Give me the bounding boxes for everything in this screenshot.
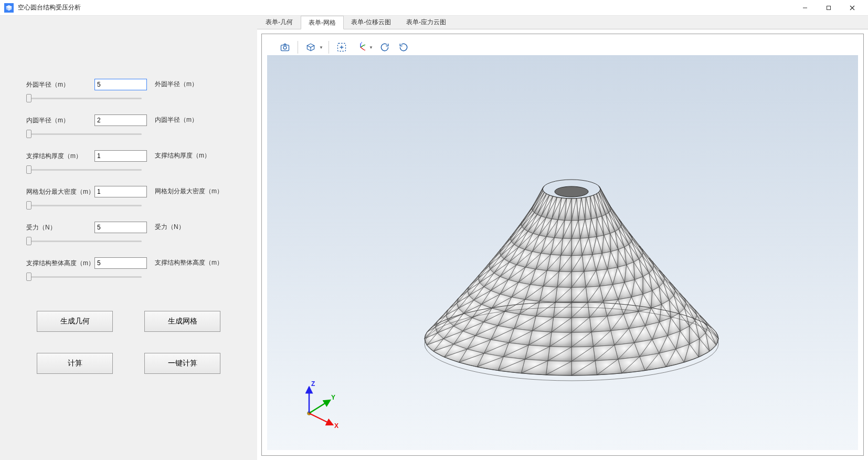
svg-line-19 <box>309 400 330 413</box>
slider-force[interactable] <box>26 240 142 242</box>
label-mesh-density: 网格划分最大密度（m） <box>26 187 94 196</box>
echo-outer-radius: 外圆半径（m） <box>155 80 198 89</box>
slider-height[interactable] <box>26 276 142 278</box>
slider-inner-radius[interactable] <box>26 133 142 135</box>
svg-rect-1 <box>827 6 830 9</box>
tab-stress[interactable]: 表单-应力云图 <box>399 16 454 29</box>
slider-outer-radius[interactable] <box>26 97 142 99</box>
svg-text:z: z <box>361 42 363 44</box>
input-thickness[interactable] <box>94 150 147 162</box>
label-height: 支撑结构整体高度（m） <box>26 259 94 268</box>
echo-thickness: 支撑结构厚度（m） <box>155 151 210 160</box>
rotate-ccw-icon[interactable] <box>396 40 411 55</box>
echo-force: 受力（N） <box>155 223 185 232</box>
axis-orientation-dropdown[interactable]: z y x ▼ <box>353 40 373 55</box>
axis-triad: Z Y X <box>293 377 346 429</box>
svg-point-5 <box>283 46 287 49</box>
view-cube-icon[interactable] <box>303 40 318 55</box>
svg-line-8 <box>361 45 364 47</box>
title-bar: 空心圆台结构受压分析 <box>0 0 868 16</box>
viewer-area: ▼ z y x <box>261 34 864 456</box>
svg-line-20 <box>309 413 333 425</box>
axis-x-label: X <box>334 422 338 429</box>
axis-xyz-icon[interactable]: z y x <box>353 40 368 55</box>
svg-line-9 <box>361 47 364 50</box>
toolbar-separator <box>329 41 329 54</box>
slider-thickness[interactable] <box>26 169 142 171</box>
tab-displacement[interactable]: 表单-位移云图 <box>344 16 399 29</box>
minimize-button[interactable] <box>793 0 817 16</box>
generate-mesh-button[interactable]: 生成网格 <box>144 311 220 332</box>
rotate-cw-icon[interactable] <box>377 40 392 55</box>
tab-bar: 表单-几何 表单-网格 表单-位移云图 表单-应力云图 <box>257 16 868 29</box>
toolbar-separator <box>298 41 298 54</box>
axis-y-label: Y <box>331 394 335 401</box>
window-title: 空心圆台结构受压分析 <box>18 3 81 12</box>
fit-view-icon[interactable] <box>334 40 349 55</box>
slider-mesh-density[interactable] <box>26 204 142 206</box>
tab-mesh[interactable]: 表单-网格 <box>301 16 344 29</box>
input-force[interactable] <box>94 222 147 233</box>
screenshot-icon[interactable] <box>278 40 292 55</box>
input-mesh-density[interactable] <box>94 186 147 197</box>
tab-geometry[interactable]: 表单-几何 <box>258 16 301 29</box>
close-button[interactable] <box>840 0 864 16</box>
label-outer-radius: 外圆半径（m） <box>26 80 94 89</box>
label-inner-radius: 内圆半径（m） <box>26 116 94 125</box>
axis-z-label: Z <box>311 380 315 388</box>
one-click-compute-button[interactable]: 一键计算 <box>144 353 220 374</box>
echo-mesh-density: 网格划分最大密度（m） <box>155 187 223 196</box>
svg-point-16 <box>555 186 588 197</box>
label-force: 受力（N） <box>26 223 94 232</box>
label-thickness: 支撑结构厚度（m） <box>26 152 94 161</box>
mesh-model <box>409 165 734 391</box>
generate-geometry-button[interactable]: 生成几何 <box>37 311 113 332</box>
view-cube-dropdown[interactable]: ▼ <box>303 40 323 55</box>
maximize-button[interactable] <box>817 0 840 16</box>
input-height[interactable] <box>94 257 147 269</box>
svg-text:x: x <box>364 48 366 51</box>
3d-canvas[interactable]: Z Y X <box>267 55 858 450</box>
compute-button[interactable]: 计算 <box>37 353 113 374</box>
echo-height: 支撑结构整体高度（m） <box>155 258 223 267</box>
app-icon <box>4 3 14 13</box>
viewer-panel: 表单-几何 表单-网格 表单-位移云图 表单-应力云图 ▼ <box>257 16 868 460</box>
viewer-toolbar: ▼ z y x <box>267 39 858 55</box>
input-outer-radius[interactable] <box>94 79 147 90</box>
input-inner-radius[interactable] <box>94 114 147 126</box>
echo-inner-radius: 内圆半径（m） <box>155 116 198 124</box>
parameter-panel: 外圆半径（m） 外圆半径（m） 内圆半径（m） 内圆半径（m） 支撑结构厚度（m… <box>0 16 257 460</box>
svg-text:y: y <box>364 43 366 46</box>
